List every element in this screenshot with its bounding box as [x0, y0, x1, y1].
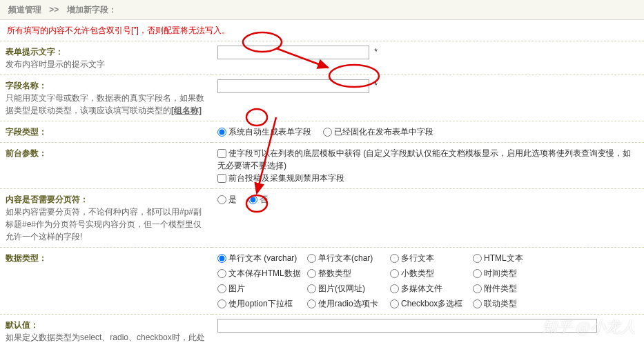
desc-tip: 发布内容时显示的提示文字: [6, 59, 105, 69]
dt-link[interactable]: 联动类型: [473, 297, 556, 310]
checkbox-disablefront[interactable]: 前台投稿及采集规则禁用本字段: [217, 173, 344, 183]
dt-texthtml[interactable]: 文本保存HTML数据: [217, 267, 307, 279]
dt-char[interactable]: 单行文本(char): [307, 252, 390, 264]
label-pagebreak: 内容是否需要分页符：: [6, 195, 88, 204]
dt-media[interactable]: 多媒体文件: [390, 282, 473, 295]
input-field-name[interactable]: [217, 79, 369, 93]
label-fieldtype: 字段类型：: [6, 127, 47, 137]
dt-varchar[interactable]: 单行文本 (varchar): [217, 252, 307, 264]
radio-page-no[interactable]: 否: [248, 193, 268, 206]
dt-checkbox[interactable]: Checkbox多选框: [390, 297, 473, 310]
desc-fieldname: 只能用英文字母或数字，数据表的真实字段名，如果数据类型是联动类型，该项应该填写联…: [6, 93, 204, 115]
dt-attach[interactable]: 附件类型: [473, 282, 556, 295]
label-datatype: 数据类型：: [6, 253, 47, 263]
dt-imageurl[interactable]: 图片(仅网址): [307, 282, 390, 295]
dt-image[interactable]: 图片: [217, 282, 307, 295]
checkbox-listfield[interactable]: 使字段可以在列表的底层模板中获得 (自定义字段默认仅能在文档模板显示，启用此选项…: [217, 148, 631, 170]
label-default: 默认值：: [6, 320, 39, 330]
label-tip: 表单提示文字：: [6, 47, 64, 57]
crumb-sep: >>: [49, 5, 59, 14]
star-2: *: [374, 81, 378, 90]
dt-radio[interactable]: 使用radio选项卡: [307, 297, 390, 310]
crumb-a: 频道管理: [8, 5, 41, 14]
radio-fieldtype-auto[interactable]: 系统自动生成表单字段: [217, 126, 311, 138]
dt-float[interactable]: 小数类型: [390, 267, 473, 279]
datatype-grid: 单行文本 (varchar) 单行文本(char) 多行文本 HTML文本 文本…: [217, 252, 638, 310]
dt-htmltext[interactable]: HTML文本: [473, 252, 556, 264]
desc-default: 如果定义数据类型为select、radio、checkbox时，此处填写被选择的…: [6, 333, 205, 345]
radio-fieldtype-fixed[interactable]: 已经固化在发布表单中字段: [323, 126, 433, 138]
dt-option[interactable]: 使用option下拉框: [217, 297, 307, 310]
radio-page-yes[interactable]: 是: [217, 193, 237, 206]
input-default[interactable]: [217, 319, 597, 333]
label-frontparam: 前台参数：: [6, 148, 47, 158]
warning-text: 所有填写的内容不允许包含双引号["]，否则配置将无法写入。: [0, 20, 644, 41]
dt-multitext[interactable]: 多行文本: [390, 252, 473, 264]
input-tip-text[interactable]: [217, 46, 369, 59]
dt-time[interactable]: 时间类型: [473, 267, 556, 279]
desc-pagebreak: 如果内容需要分页符，不论何种内容，都可以用#p#副标题#e#作为分页符号实现内容…: [6, 207, 202, 241]
form-table: 表单提示文字： 发布内容时显示的提示文字 * 字段名称： 只能用英文字母或数字，…: [0, 41, 644, 345]
dt-int[interactable]: 整数类型: [307, 267, 390, 279]
crumb-b: 增加新字段：: [67, 5, 117, 14]
breadcrumb: 频道管理 >> 增加新字段：: [0, 0, 644, 20]
star-1: *: [374, 47, 378, 57]
label-fieldname: 字段名称：: [6, 81, 47, 90]
